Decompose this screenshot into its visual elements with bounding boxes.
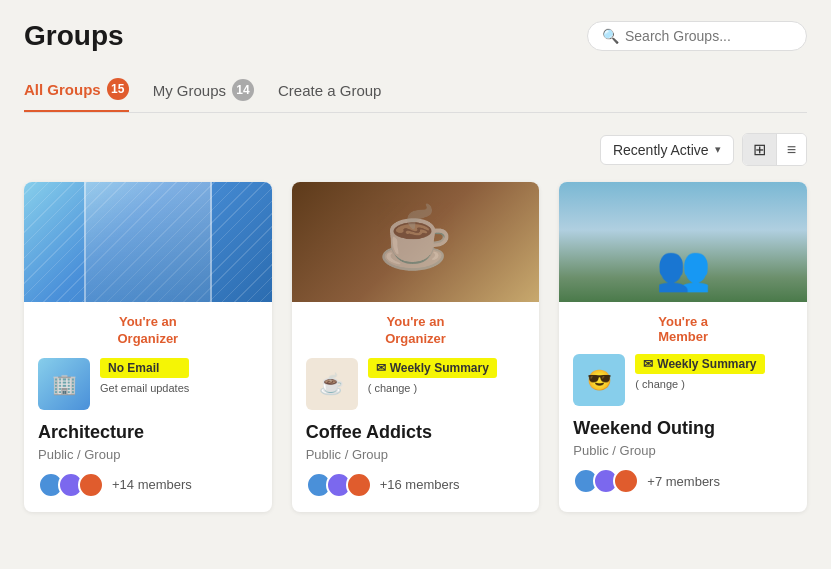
- card-cover-architecture: [24, 182, 272, 302]
- members-row-coffee: +16 members: [306, 472, 526, 498]
- no-email-badge[interactable]: No Email: [100, 358, 189, 378]
- tab-my-groups-label: My Groups: [153, 82, 226, 99]
- email-tag-area-coffee: ✉ Weekly Summary ( change ): [368, 358, 497, 394]
- card-body-coffee: You're anOrganizer ☕ ✉ Weekly Summary ( …: [292, 302, 540, 512]
- change-link-coffee[interactable]: ( change ): [368, 382, 497, 394]
- members-count-outing: +7 members: [647, 474, 720, 489]
- card-coffee-addicts: You're anOrganizer ☕ ✉ Weekly Summary ( …: [292, 182, 540, 512]
- member-avatar-3: [78, 472, 104, 498]
- member-avatar-6: [346, 472, 372, 498]
- filter-label: Recently Active: [613, 142, 709, 158]
- no-email-label: No Email: [108, 361, 159, 375]
- page-container: Groups 🔍 All Groups 15 My Groups 14 Crea…: [0, 0, 831, 536]
- tab-my-groups[interactable]: My Groups 14: [153, 69, 254, 111]
- avatar-arch-icon: 🏢: [38, 358, 90, 410]
- list-view-button[interactable]: ≡: [777, 134, 806, 165]
- search-icon: 🔍: [602, 28, 619, 44]
- weekly-summary-badge-outing[interactable]: ✉ Weekly Summary: [635, 354, 764, 374]
- card-cover-coffee: [292, 182, 540, 302]
- card-body-architecture: You're anOrganizer 🏢 No Email Get email …: [24, 302, 272, 512]
- role-label-outing: You're aMember: [573, 314, 793, 344]
- card-title-outing[interactable]: Weekend Outing: [573, 418, 793, 439]
- card-subtitle-architecture: Public / Group: [38, 447, 258, 462]
- weekly-label-outing: Weekly Summary: [657, 357, 756, 371]
- members-count-architecture: +14 members: [112, 477, 192, 492]
- filter-dropdown[interactable]: Recently Active ▾: [600, 135, 734, 165]
- change-link-outing[interactable]: ( change ): [635, 378, 764, 390]
- member-avatars-outing: [573, 468, 639, 494]
- email-tag-area-outing: ✉ Weekly Summary ( change ): [635, 354, 764, 390]
- members-count-coffee: +16 members: [380, 477, 460, 492]
- search-input[interactable]: [625, 28, 792, 44]
- card-info-row-outing: 😎 ✉ Weekly Summary ( change ): [573, 354, 793, 406]
- card-info-row-architecture: 🏢 No Email Get email updates: [38, 358, 258, 410]
- tab-create-group[interactable]: Create a Group: [278, 72, 381, 109]
- member-avatars-coffee: [306, 472, 372, 498]
- envelope-icon-coffee: ✉: [376, 361, 386, 375]
- avatar-outing-icon: 😎: [573, 354, 625, 406]
- filter-row: Recently Active ▾ ⊞ ≡: [24, 133, 807, 166]
- search-box[interactable]: 🔍: [587, 21, 807, 51]
- envelope-icon-outing: ✉: [643, 357, 653, 371]
- card-avatar-architecture: 🏢: [38, 358, 90, 410]
- get-email-updates-text[interactable]: Get email updates: [100, 382, 189, 394]
- tab-create-group-label: Create a Group: [278, 82, 381, 99]
- card-weekend-outing: You're aMember 😎 ✉ Weekly Summary ( chan…: [559, 182, 807, 512]
- card-subtitle-coffee: Public / Group: [306, 447, 526, 462]
- email-tag-area-architecture: No Email Get email updates: [100, 358, 189, 394]
- card-architecture: You're anOrganizer 🏢 No Email Get email …: [24, 182, 272, 512]
- card-cover-outing: [559, 182, 807, 302]
- cards-grid: You're anOrganizer 🏢 No Email Get email …: [24, 182, 807, 512]
- role-label-coffee: You're anOrganizer: [306, 314, 526, 348]
- tab-all-groups-badge: 15: [107, 78, 129, 100]
- chevron-down-icon: ▾: [715, 143, 721, 156]
- weekly-label-coffee: Weekly Summary: [390, 361, 489, 375]
- card-info-row-coffee: ☕ ✉ Weekly Summary ( change ): [306, 358, 526, 410]
- page-title: Groups: [24, 20, 124, 52]
- avatar-coffee-icon: ☕: [306, 358, 358, 410]
- tabs-row: All Groups 15 My Groups 14 Create a Grou…: [24, 68, 807, 113]
- tab-all-groups[interactable]: All Groups 15: [24, 68, 129, 112]
- card-avatar-coffee: ☕: [306, 358, 358, 410]
- members-row-outing: +7 members: [573, 468, 793, 494]
- grid-view-button[interactable]: ⊞: [743, 134, 777, 165]
- card-subtitle-outing: Public / Group: [573, 443, 793, 458]
- member-avatar-9: [613, 468, 639, 494]
- card-title-architecture[interactable]: Architecture: [38, 422, 258, 443]
- view-toggle: ⊞ ≡: [742, 133, 807, 166]
- card-title-coffee[interactable]: Coffee Addicts: [306, 422, 526, 443]
- members-row-architecture: +14 members: [38, 472, 258, 498]
- card-body-outing: You're aMember 😎 ✉ Weekly Summary ( chan…: [559, 302, 807, 508]
- tab-my-groups-badge: 14: [232, 79, 254, 101]
- role-label-architecture: You're anOrganizer: [38, 314, 258, 348]
- header-row: Groups 🔍: [24, 20, 807, 52]
- weekly-summary-badge-coffee[interactable]: ✉ Weekly Summary: [368, 358, 497, 378]
- tab-all-groups-label: All Groups: [24, 81, 101, 98]
- card-avatar-outing: 😎: [573, 354, 625, 406]
- member-avatars-architecture: [38, 472, 104, 498]
